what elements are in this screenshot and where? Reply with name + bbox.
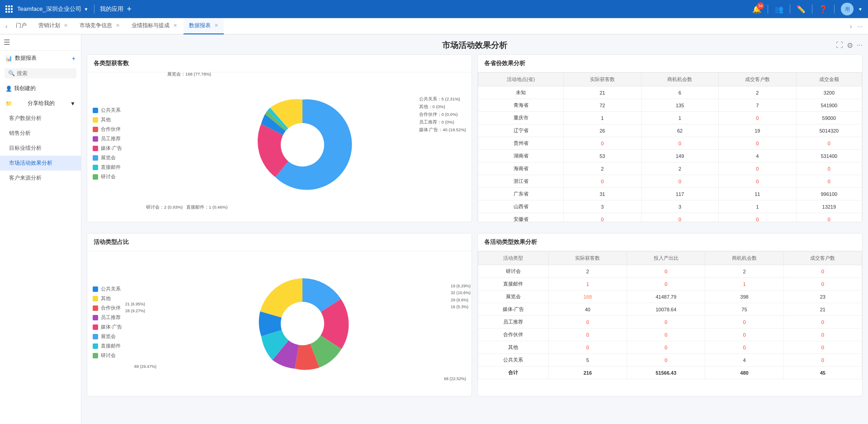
- table-cell: 7: [719, 99, 797, 112]
- sidebar-top: ☰: [0, 34, 81, 51]
- sidebar-item-source[interactable]: 客户来源分析: [0, 171, 81, 186]
- notification-icon[interactable]: 🔔 34: [752, 5, 761, 14]
- legend-item-1-3: 员工推荐: [93, 135, 133, 142]
- tab-market-competition[interactable]: 市场竞争信息 ✕: [74, 18, 125, 34]
- shared-label: 分享给我的: [28, 100, 55, 107]
- tab-market-competition-label: 市场竞争信息: [80, 22, 112, 29]
- table-cell: 19: [719, 124, 797, 137]
- activity-type-table: 活动类型 实际获客数 投入产出比 商机机会数 成交客户数 研讨会2020直接邮件…: [478, 251, 862, 379]
- reports-icon: 📊: [5, 55, 12, 62]
- th-act-4: 成交客户数: [783, 252, 862, 265]
- question-icon[interactable]: ❓: [819, 5, 828, 14]
- table-cell: 0: [548, 341, 627, 354]
- avatar[interactable]: 用: [841, 3, 854, 15]
- sidebar-item-sales[interactable]: 销售分析: [0, 126, 81, 141]
- chevron-down-icon2[interactable]: ▼: [858, 7, 863, 12]
- table-cell: 0: [564, 175, 642, 188]
- fullscreen-icon[interactable]: ⛶: [836, 41, 843, 50]
- table-cell: 0: [627, 278, 705, 291]
- tab-market-competition-close[interactable]: ✕: [116, 23, 120, 29]
- table-cell: 5014320: [796, 124, 862, 137]
- search-input[interactable]: [17, 70, 73, 76]
- tab-marketing-plan[interactable]: 营销计划 ✕: [33, 18, 73, 34]
- sidebar-item-market[interactable]: 市场活动效果分析: [0, 156, 81, 171]
- hamburger-icon[interactable]: ☰: [4, 38, 10, 47]
- users-icon[interactable]: 👥: [774, 5, 783, 14]
- content-grid: 各类型获客数 公共关系 其他 合作伙伴 员工推荐 媒体·广告 展览会 直接邮件 …: [87, 54, 863, 402]
- tab-prev-btn[interactable]: ‹: [4, 23, 9, 30]
- tab-more-btn[interactable]: ···: [855, 23, 864, 30]
- sidebar-item-target[interactable]: 目标业绩分析: [0, 141, 81, 156]
- search-icon: 🔍: [8, 70, 15, 76]
- activity-type-table-container[interactable]: 活动类型 实际获客数 投入产出比 商机机会数 成交客户数 研讨会2020直接邮件…: [478, 251, 862, 379]
- table-row: 展览会16841487.7939823: [478, 291, 862, 303]
- table-cell: 117: [641, 188, 719, 200]
- sidebar-reports-header[interactable]: 📊 数据报表 +: [0, 51, 81, 66]
- table-row: 员工推荐0000: [478, 316, 862, 329]
- tab-marketing-plan-close[interactable]: ✕: [64, 23, 68, 29]
- table-cell: 辽宁省: [478, 124, 564, 137]
- table-cell: 0: [564, 137, 642, 150]
- table-cell: 2: [641, 162, 719, 175]
- sidebar-item-customer[interactable]: 客户数据分析: [0, 111, 81, 126]
- table-row: 其他0000: [478, 341, 862, 354]
- divider: [94, 5, 94, 14]
- table-cell: 398: [705, 291, 783, 303]
- table-cell: 480: [705, 367, 783, 379]
- table-cell: 216: [548, 367, 627, 379]
- tab-performance[interactable]: 业绩指标与提成 ✕: [126, 18, 183, 34]
- table-cell: 0: [627, 329, 705, 341]
- table-cell: 0: [627, 341, 705, 354]
- divider4: [812, 5, 812, 14]
- table-cell: 2: [719, 86, 797, 99]
- brand-area[interactable]: Teamface_深圳企业公司 ▼: [5, 5, 89, 13]
- province-table-container[interactable]: 活动地点(省) 实际获客数 商机机会数 成交客户数 成交金额 未知2162320…: [478, 72, 862, 222]
- plus-icon[interactable]: +: [127, 5, 132, 14]
- sidebar-my-created[interactable]: 👤 我创建的: [0, 81, 81, 96]
- table-cell: 531400: [796, 150, 862, 162]
- chart-card-2-header: 活动类型占比: [87, 233, 472, 251]
- chevron-down-icon: ▼: [84, 7, 89, 12]
- table-cell: 2: [705, 265, 783, 278]
- legend-item-2-5: 展览会: [93, 333, 133, 340]
- chart-card-1-header: 各类型获客数: [87, 55, 472, 72]
- tab-data-report-label: 数据报表: [189, 22, 211, 29]
- topbar: Teamface_深圳企业公司 ▼ 我的应用 + 🔔 34 👥 ✏️ ❓ 用 ▼: [0, 0, 868, 18]
- edit-icon[interactable]: ✏️: [797, 5, 806, 14]
- table-row: 未知21623200: [478, 86, 862, 99]
- th-act-2: 投入产出比: [627, 252, 705, 265]
- table-cell: 贵州省: [478, 137, 564, 150]
- sidebar-item-source-label: 客户来源分析: [9, 174, 42, 182]
- sidebar: ☰ 📊 数据报表 + 🔍 👤 我创建的 📁 分享给我的 ▼ 客户数据分析 销售分…: [0, 34, 81, 424]
- table-row: 青海省721357541900: [478, 99, 862, 112]
- table-cell: 0: [641, 213, 719, 222]
- table-cell: 40: [548, 303, 627, 316]
- chart-container-2: 公共关系 其他 合作伙伴 员工推荐 媒体·广告 展览会 直接邮件 研讨会: [87, 251, 472, 396]
- tab-data-report[interactable]: 数据报表 ✕: [184, 18, 224, 34]
- legend-item-2-4: 媒体·广告: [93, 324, 133, 330]
- pie-labels-1: 公共关系：5 (2.31%) 其他：0 (0%) 合作伙伴：0 (0.0%) 员…: [419, 95, 466, 133]
- filter-icon[interactable]: ⚙: [847, 41, 853, 50]
- legend-item-1-6: 直接邮件: [93, 164, 133, 171]
- sidebar-add-btn[interactable]: +: [72, 55, 75, 62]
- tab-portal[interactable]: 门户: [10, 18, 32, 34]
- table-cell: 0: [548, 329, 627, 341]
- table-row: 安徽省0000: [478, 213, 862, 222]
- page-title: 市场活动效果分析: [345, 40, 604, 51]
- tab-next-btn[interactable]: ›: [848, 23, 854, 30]
- table-cell: 5: [548, 354, 627, 367]
- table-cell: 62: [641, 124, 719, 137]
- sidebar-reports-label: 数据报表: [15, 54, 37, 62]
- table-cell: 未知: [478, 86, 564, 99]
- table-cell: 45: [783, 367, 862, 379]
- more-icon[interactable]: ···: [857, 41, 863, 50]
- legend-item-1-4: 媒体·广告: [93, 145, 133, 152]
- province-card: 各省份效果分析 活动地点(省) 实际获客数 商机机会数 成交客户数 成交金额: [477, 54, 863, 222]
- th-act-3: 商机机会数: [705, 252, 783, 265]
- table-row: 合作伙伴0000: [478, 329, 862, 341]
- table-cell: 1: [548, 278, 627, 291]
- sidebar-shared[interactable]: 📁 分享给我的 ▼: [0, 96, 81, 111]
- table-cell: 公共关系: [478, 354, 549, 367]
- tab-data-report-close[interactable]: ✕: [214, 23, 218, 29]
- tab-performance-close[interactable]: ✕: [173, 23, 177, 29]
